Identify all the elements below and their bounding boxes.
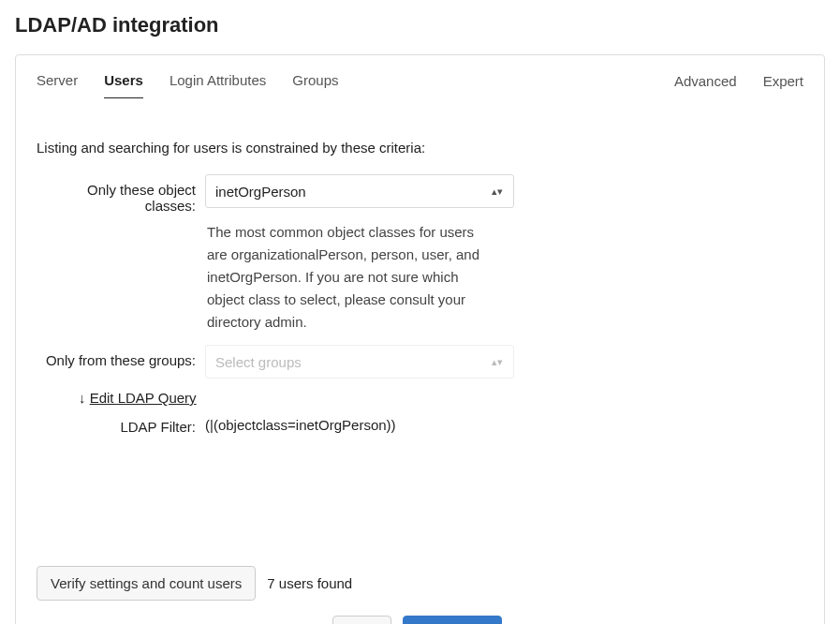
input-groups[interactable] — [205, 345, 514, 379]
row-object-classes: Only these object classes: ▴▾ The most c… — [37, 174, 803, 334]
tabs-left: Server Users Login Attributes Groups — [37, 72, 339, 98]
tab-server[interactable]: Server — [37, 72, 78, 98]
arrow-down-icon: ↓ — [79, 390, 86, 406]
tab-expert[interactable]: Expert — [763, 73, 803, 98]
select-object-classes[interactable]: ▴▾ — [205, 174, 514, 208]
edit-ldap-query-link[interactable]: Edit LDAP Query — [90, 390, 197, 406]
row-groups: Only from these groups: ▴▾ — [37, 345, 803, 379]
bottom-row: Configuration OK Back Continue i Help — [196, 616, 803, 624]
label-groups: Only from these groups: — [37, 345, 205, 368]
page-title: LDAP/AD integration — [15, 13, 825, 37]
tabs-row: Server Users Login Attributes Groups Adv… — [37, 72, 803, 98]
hint-object-classes: The most common object classes for users… — [207, 221, 488, 334]
tab-groups[interactable]: Groups — [292, 72, 338, 98]
input-object-classes[interactable] — [205, 174, 514, 208]
label-object-classes: Only these object classes: — [37, 174, 205, 214]
verify-button[interactable]: Verify settings and count users — [37, 566, 256, 601]
tabs-right: Advanced Expert — [674, 73, 803, 98]
back-button[interactable]: Back — [332, 616, 391, 624]
label-ldap-filter: LDAP Filter: — [37, 417, 205, 435]
settings-panel: Server Users Login Attributes Groups Adv… — [15, 54, 825, 624]
tab-users[interactable]: Users — [104, 72, 143, 98]
tab-advanced[interactable]: Advanced — [674, 73, 737, 98]
users-found-text: 7 users found — [267, 575, 352, 591]
row-edit-query: ↓ Edit LDAP Query — [37, 390, 803, 406]
select-groups[interactable]: ▴▾ — [205, 345, 514, 379]
tab-login-attributes[interactable]: Login Attributes — [169, 72, 266, 98]
footer: Verify settings and count users 7 users … — [37, 566, 803, 624]
continue-button[interactable]: Continue — [403, 616, 502, 624]
intro-text: Listing and searching for users is const… — [37, 140, 803, 156]
row-ldap-filter: LDAP Filter: (|(objectclass=inetOrgPerso… — [37, 417, 803, 435]
verify-row: Verify settings and count users 7 users … — [37, 566, 803, 601]
ldap-filter-value: (|(objectclass=inetOrgPerson)) — [205, 417, 396, 433]
